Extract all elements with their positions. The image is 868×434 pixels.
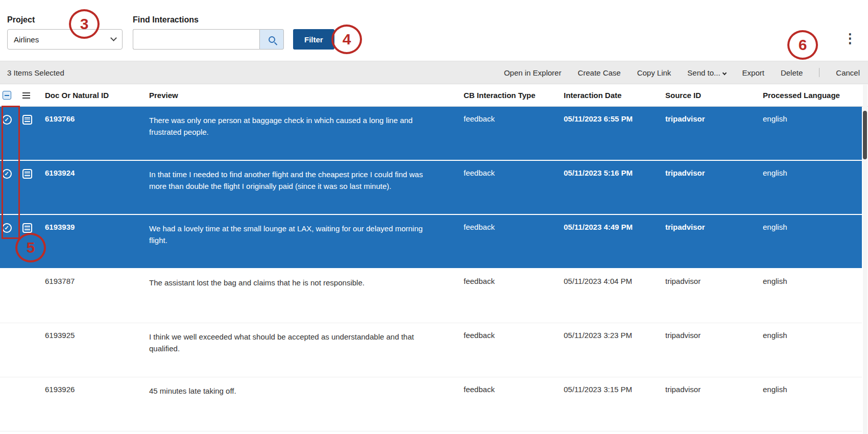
interactions-page: Project Airlines Find Interactions Filte… xyxy=(0,0,868,434)
toolbar-actions: Open in Explorer Create Case Copy Link S… xyxy=(504,68,860,77)
filter-button[interactable]: Filter xyxy=(293,29,334,50)
source-id: tripadvisor xyxy=(665,269,763,323)
table-row[interactable]: 6193787The assistant lost the bag and cl… xyxy=(0,269,862,323)
doc-id: 6193939 xyxy=(45,215,149,268)
processed-language: english xyxy=(763,323,862,377)
find-interactions-label: Find Interactions xyxy=(133,15,334,25)
processed-language: english xyxy=(763,107,862,160)
action-create-case[interactable]: Create Case xyxy=(577,68,620,77)
preview-text: In that time I needed to find another fl… xyxy=(149,161,464,214)
selected-check-icon[interactable]: ✓ xyxy=(2,223,12,233)
action-delete[interactable]: Delete xyxy=(781,68,803,77)
selected-check-icon[interactable]: ✓ xyxy=(2,115,12,125)
interactions-table: Doc Or Natural ID Preview CB Interaction… xyxy=(0,84,868,431)
action-export[interactable]: Export xyxy=(742,68,764,77)
doc-id: 6193787 xyxy=(45,269,149,323)
interaction-date: 05/11/2023 6:55 PM xyxy=(564,107,665,160)
doc-id: 6193926 xyxy=(45,377,149,431)
vertical-scrollbar-thumb[interactable] xyxy=(863,111,867,159)
doc-id: 6193766 xyxy=(45,107,149,160)
selection-toolbar: 3 Items Selected Open in Explorer Create… xyxy=(0,61,868,84)
select-all-checkbox[interactable] xyxy=(3,91,11,100)
table-row[interactable]: ✓6193924In that time I needed to find an… xyxy=(0,161,862,215)
selected-check-icon[interactable]: ✓ xyxy=(2,169,12,179)
source-id: tripadvisor xyxy=(665,107,763,160)
row-menu-icon[interactable] xyxy=(22,115,32,125)
column-header-processed-language[interactable]: Processed Language xyxy=(763,91,868,100)
doc-id: 6193924 xyxy=(45,161,149,214)
toolbar-divider xyxy=(819,68,819,77)
column-header-preview[interactable]: Preview xyxy=(149,89,464,101)
table-row[interactable]: ✓6193939We had a lovely time at the smal… xyxy=(0,215,862,269)
search-icon xyxy=(269,36,275,43)
project-select[interactable]: Airlines xyxy=(7,29,123,50)
find-interactions-field: Find Interactions Filter xyxy=(133,15,334,50)
interaction-date: 05/11/2023 4:49 PM xyxy=(564,215,665,268)
action-open-in-explorer[interactable]: Open in Explorer xyxy=(504,68,562,77)
preview-text: The assistant lost the bag and claims th… xyxy=(149,269,464,323)
interaction-type: feedback xyxy=(464,215,564,268)
action-copy-link[interactable]: Copy Link xyxy=(637,68,671,77)
interaction-type: feedback xyxy=(464,323,564,377)
column-header-doc-id[interactable]: Doc Or Natural ID xyxy=(45,91,149,100)
processed-language: english xyxy=(763,269,862,323)
interaction-type: feedback xyxy=(464,269,564,323)
search-button[interactable] xyxy=(259,29,284,50)
source-id: tripadvisor xyxy=(665,161,763,214)
source-id: tripadvisor xyxy=(665,215,763,268)
kebab-menu-icon[interactable]: ⋮ xyxy=(840,30,860,47)
processed-language: english xyxy=(763,161,862,214)
action-cancel[interactable]: Cancel xyxy=(836,68,860,77)
doc-id: 6193925 xyxy=(45,323,149,377)
preview-text: We had a lovely time at the small lounge… xyxy=(149,215,464,268)
project-label: Project xyxy=(7,15,123,25)
column-header-interaction-date[interactable]: Interaction Date xyxy=(564,91,665,100)
preview-text: I think we well exceeded what should be … xyxy=(149,323,464,377)
source-id: tripadvisor xyxy=(665,377,763,431)
column-menu-icon[interactable] xyxy=(22,92,30,99)
top-bar: Project Airlines Find Interactions Filte… xyxy=(0,0,868,61)
preview-text: 45 minutes late taking off. xyxy=(149,377,464,431)
table-row[interactable]: 6193925I think we well exceeded what sho… xyxy=(0,323,862,377)
row-menu-icon[interactable] xyxy=(22,223,32,233)
table-row[interactable]: ✓6193766There was only one person at bag… xyxy=(0,107,862,161)
source-id: tripadvisor xyxy=(665,323,763,377)
column-header-source-id[interactable]: Source ID xyxy=(665,91,763,100)
processed-language: english xyxy=(763,377,862,431)
action-send-to-label: Send to... xyxy=(687,68,720,77)
processed-language: english xyxy=(763,215,862,268)
table-row[interactable]: 619392645 minutes late taking off.feedba… xyxy=(0,377,862,431)
interaction-date: 05/11/2023 3:15 PM xyxy=(564,377,665,431)
row-menu-icon[interactable] xyxy=(22,169,32,179)
selected-count: 3 Items Selected xyxy=(7,68,64,77)
table-body: ✓6193766There was only one person at bag… xyxy=(0,107,862,431)
project-field: Project Airlines xyxy=(7,15,123,50)
interaction-type: feedback xyxy=(464,377,564,431)
interaction-date: 05/11/2023 4:04 PM xyxy=(564,269,665,323)
interaction-type: feedback xyxy=(464,107,564,160)
table-header-row: Doc Or Natural ID Preview CB Interaction… xyxy=(0,84,868,107)
search-input[interactable] xyxy=(133,29,259,50)
interaction-date: 05/11/2023 3:23 PM xyxy=(564,323,665,377)
preview-text: There was only one person at baggage che… xyxy=(149,107,464,160)
interaction-date: 05/11/2023 5:16 PM xyxy=(564,161,665,214)
action-send-to[interactable]: Send to... xyxy=(687,68,726,77)
chevron-down-icon xyxy=(722,71,726,75)
project-select-value: Airlines xyxy=(14,35,39,44)
chevron-down-icon xyxy=(110,35,117,41)
column-header-interaction-type[interactable]: CB Interaction Type xyxy=(464,91,564,100)
interaction-type: feedback xyxy=(464,161,564,214)
